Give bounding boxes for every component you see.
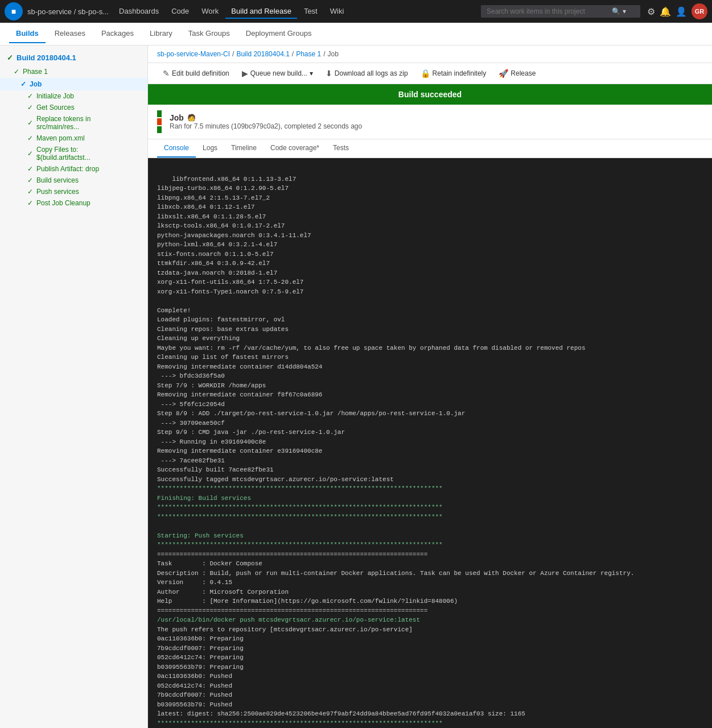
person-icon[interactable]: 👤 bbox=[676, 6, 687, 17]
sidebar-step-1[interactable]: ✓ Get Sources bbox=[0, 102, 147, 113]
nav-work[interactable]: Work bbox=[196, 5, 224, 19]
gear-icon[interactable]: ⚙ bbox=[647, 6, 655, 17]
console-line: libxslt.x86_64 0:1.1.28-5.el7 bbox=[157, 213, 266, 220]
console-line: libpng.x86_64 2:1.5.13-7.el7_2 bbox=[157, 195, 270, 201]
console-line: Task : Docker Compose bbox=[157, 560, 262, 567]
download-icon: ⬇ bbox=[326, 69, 332, 78]
breadcrumb-repo[interactable]: sb-po-service-Maven-CI bbox=[157, 50, 230, 58]
lock-icon: 🔒 bbox=[421, 69, 430, 78]
console-line: Starting: Push services bbox=[157, 532, 244, 539]
tab-builds[interactable]: Builds bbox=[9, 24, 46, 43]
bar-orange bbox=[157, 118, 162, 125]
breadcrumb-build[interactable]: Build 20180404.1 bbox=[236, 50, 289, 58]
console-output: libfrontend.x86_64 0:1.1.13-3.el7 libjpe… bbox=[148, 158, 712, 728]
job-details: Job 🧑 Ran for 7.5 minutes (109bc979c0a2)… bbox=[170, 113, 362, 130]
tab-releases[interactable]: Releases bbox=[48, 24, 92, 43]
sidebar-step-0[interactable]: ✓ Initialize Job bbox=[0, 90, 147, 102]
console-line: Complete! bbox=[157, 307, 191, 314]
nav-wiki[interactable]: Wiki bbox=[324, 5, 350, 19]
main-layout: ✓ Build 20180404.1 ✓ Phase 1 ✓ Job ✓ Ini… bbox=[0, 46, 712, 728]
console-line: Successfully tagged mtcsdevgrtsacr.azure… bbox=[157, 476, 394, 483]
edit-build-definition-button[interactable]: ✎ Edit build definition bbox=[157, 67, 235, 80]
sidebar-step-label-7: Push services bbox=[36, 188, 79, 196]
tab-code-coverage[interactable]: Code coverage* bbox=[264, 139, 326, 158]
app-logo[interactable]: ■ bbox=[5, 2, 23, 20]
org-name[interactable]: sb-po-service / sb-po-s... bbox=[25, 7, 111, 16]
search-input[interactable] bbox=[487, 7, 612, 15]
build-status-text: Build succeeded bbox=[398, 90, 462, 99]
step-check-icon-2: ✓ bbox=[27, 119, 33, 127]
sidebar-phase[interactable]: ✓ Phase 1 bbox=[0, 65, 147, 78]
console-line: xorg-x11-font-utils.x86_64 1:7.5-20.el7 bbox=[157, 279, 303, 286]
tab-task-groups[interactable]: Task Groups bbox=[182, 24, 237, 43]
chevron-down-icon[interactable]: ▾ bbox=[623, 7, 626, 15]
tab-library[interactable]: Library bbox=[143, 24, 179, 43]
search-box[interactable]: 🔍 ▾ bbox=[481, 5, 640, 18]
console-line: b03095563b79: Preparing bbox=[157, 664, 244, 671]
step-check-icon-5: ✓ bbox=[27, 165, 33, 173]
sidebar-step-6[interactable]: ✓ Build services bbox=[0, 175, 147, 186]
sidebar-step-3[interactable]: ✓ Maven pom.xml bbox=[0, 133, 147, 144]
release-button[interactable]: 🚀 Release bbox=[493, 67, 541, 80]
sidebar-step-7[interactable]: ✓ Push services bbox=[0, 186, 147, 197]
sidebar-build-title[interactable]: ✓ Build 20180404.1 bbox=[0, 50, 147, 65]
console-line: ---> bfdc3d36f5a0 bbox=[157, 373, 225, 379]
console-line: ========================================… bbox=[157, 551, 427, 558]
console-line: xorg-x11-fonts-Type1.noarch 0:7.5-9.el7 bbox=[157, 288, 303, 295]
console-line: ****************************************… bbox=[157, 720, 443, 727]
nav-items: Dashboards Code Work Build and Release T… bbox=[113, 5, 349, 19]
console-line: python-javapackages.noarch 0:3.4.1-11.el… bbox=[157, 232, 311, 239]
sidebar-step-4[interactable]: ✓ Copy Files to: $(build.artifactst... bbox=[0, 144, 147, 163]
console-line: /usr/local/bin/docker push mtcsdevgrtsac… bbox=[157, 617, 420, 623]
sidebar-step-5[interactable]: ✓ Publish Artifact: drop bbox=[0, 163, 147, 175]
sidebar-step-label-5: Publish Artifact: drop bbox=[36, 165, 99, 173]
bar-green-2 bbox=[157, 126, 162, 133]
step-check-icon-8: ✓ bbox=[27, 199, 33, 207]
sidebar-step-8[interactable]: ✓ Post Job Cleanup bbox=[0, 197, 147, 209]
console-line: ---> Running in e39169400c8e bbox=[157, 439, 266, 445]
console-line: libfrontend.x86_64 0:1.1.13-3.el7 bbox=[172, 176, 296, 183]
retain-indefinitely-button[interactable]: 🔒 Retain indefinitely bbox=[415, 67, 492, 80]
console-line: Removing intermediate container f8f67c0a… bbox=[157, 391, 322, 398]
build-check-icon: ✓ bbox=[7, 53, 13, 62]
tab-logs[interactable]: Logs bbox=[196, 139, 224, 158]
console-line: python-lxml.x86_64 0:3.2.1-4.el7 bbox=[157, 241, 277, 248]
download-logs-button[interactable]: ⬇ Download all logs as zip bbox=[320, 67, 414, 80]
console-line: 0ac1103636b0: Pushed bbox=[157, 673, 232, 680]
queue-new-build-button[interactable]: ▶ Queue new build... ▾ bbox=[236, 67, 319, 80]
nav-dashboards[interactable]: Dashboards bbox=[113, 5, 164, 19]
tab-tests[interactable]: Tests bbox=[326, 139, 356, 158]
job-check-icon: ✓ bbox=[20, 80, 26, 88]
console-line: Help : [More Information](https://go.mic… bbox=[157, 598, 458, 605]
tab-console[interactable]: Console bbox=[157, 139, 196, 158]
sidebar-job[interactable]: ✓ Job bbox=[0, 78, 147, 90]
step-check-icon-7: ✓ bbox=[27, 188, 33, 196]
sub-navigation: Builds Releases Packages Library Task Gr… bbox=[0, 23, 712, 46]
console-line: Removing intermediate container e3916940… bbox=[157, 448, 322, 454]
avatar[interactable]: GR bbox=[692, 3, 707, 19]
sidebar-step-2[interactable]: ✓ Replace tokens in src/main/res... bbox=[0, 113, 147, 133]
console-line: Cleaning up everything bbox=[157, 335, 240, 342]
job-status-bar bbox=[157, 110, 162, 133]
console-line: Removing intermediate container d14dd804… bbox=[157, 363, 322, 370]
queue-dropdown-icon[interactable]: ▾ bbox=[310, 69, 313, 77]
nav-build-release[interactable]: Build and Release bbox=[225, 5, 297, 19]
step-check-icon-1: ✓ bbox=[27, 104, 33, 111]
sidebar-step-label-4: Copy Files to: $(build.artifactst... bbox=[36, 146, 120, 162]
console-line: Successfully built 7acee82fbe31 bbox=[157, 466, 274, 473]
notifications-icon[interactable]: 🔔 bbox=[660, 6, 671, 17]
console-line: tzdata-java.noarch 0:2018d-1.el7 bbox=[157, 270, 277, 276]
console-line: ****************************************… bbox=[157, 485, 443, 492]
nav-test[interactable]: Test bbox=[298, 5, 323, 19]
tab-deployment-groups[interactable]: Deployment Groups bbox=[239, 24, 319, 43]
nav-code[interactable]: Code bbox=[166, 5, 195, 19]
console-line: ****************************************… bbox=[157, 514, 443, 520]
console-tabs: Console Logs Timeline Code coverage* Tes… bbox=[148, 139, 712, 158]
tab-timeline[interactable]: Timeline bbox=[224, 139, 264, 158]
sidebar-step-label-6: Build services bbox=[36, 176, 79, 184]
breadcrumb-phase[interactable]: Phase 1 bbox=[296, 50, 321, 58]
tab-packages[interactable]: Packages bbox=[94, 24, 141, 43]
person-icon: 🧑 bbox=[187, 114, 196, 122]
console-line: The push refers to repository [mtcsdevgr… bbox=[157, 626, 413, 633]
phase-check-icon: ✓ bbox=[14, 68, 19, 76]
